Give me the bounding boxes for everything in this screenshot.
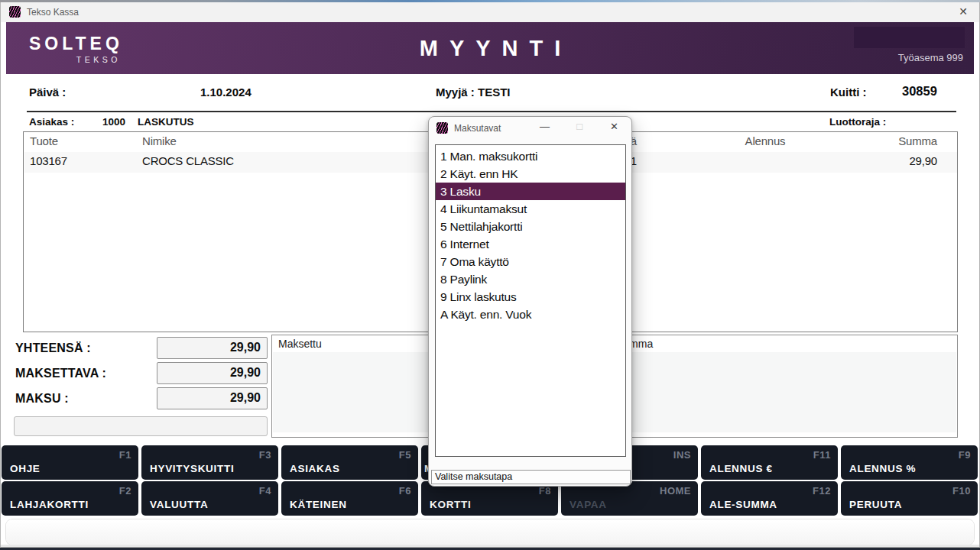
entry-field[interactable] (14, 416, 268, 436)
payment-method-item-4[interactable]: 4 Liikuntamaksut (436, 200, 625, 218)
workstation-box (854, 27, 965, 48)
fn-key-f11: F11 (813, 449, 831, 461)
seller-group: Myyjä : TESTI (436, 86, 511, 99)
payment-method-item-1[interactable]: 1 Man. maksukortti (436, 147, 625, 165)
header-banner: SOLTEQ TEKSO MYYNTI Työasema 999 (6, 22, 974, 74)
col-header-alennus: Alennus (719, 134, 811, 147)
paid-col-header: Maksettu (278, 338, 322, 350)
payment-method-item-10[interactable]: A Käyt. enn. Vuok (436, 306, 625, 323)
payment-method-item-9[interactable]: 9 Linx laskutus (436, 288, 625, 306)
total-value-box: 29,90 (157, 337, 268, 359)
col-header-tuote: Tuote (30, 134, 58, 147)
payment-method-item-5[interactable]: 5 Nettilahjakortti (436, 218, 625, 235)
payable-label: MAKSETTAVA : (15, 367, 106, 380)
customer-code: 1000 (102, 116, 125, 128)
seller-value: TESTI (478, 86, 511, 99)
payment-label: MAKSU : (15, 392, 69, 406)
fn-key-f5: F5 (399, 449, 411, 461)
sale-row-sum: 29,90 (842, 154, 937, 167)
fn-key-f9: F9 (959, 449, 971, 461)
payment-method-item-2[interactable]: 2 Käyt. enn HK (436, 165, 625, 183)
payment-methods-dialog: Maksutavat — □ ✕ 1 Man. maksukortti 2 Kä… (428, 116, 632, 487)
window-title: Tekso Kassa (27, 7, 79, 18)
fn-button-hyvityskuitti[interactable]: F3 HYVITYSKUITTI (141, 445, 278, 480)
page-title: MYYNTI (6, 36, 974, 61)
fn-key-f12: F12 (813, 485, 831, 497)
fn-button-valuutta[interactable]: F4 VALUUTTA (141, 481, 278, 516)
fn-key-f2: F2 (119, 485, 131, 497)
header-separator (27, 111, 956, 112)
fn-key-f4: F4 (259, 485, 271, 497)
customer-name: LASKUTUS (138, 116, 194, 128)
customer-label: Asiakas : (29, 116, 74, 128)
payment-method-item-3[interactable]: 3 Lasku (436, 183, 625, 200)
fn-key-f1: F1 (119, 449, 131, 461)
bottom-message-bar (6, 519, 974, 545)
col-header-summa: Summa (842, 134, 937, 147)
titlebar[interactable]: Tekso Kassa ✕ (1, 2, 979, 22)
fn-button-alennus-percent[interactable]: F9 ALENNUS % (841, 445, 978, 480)
fn-button-lahjakortti[interactable]: F2 LAHJAKORTTI (2, 481, 138, 516)
dialog-maximize-icon[interactable]: □ (576, 121, 582, 132)
credit-limit-label: Luottoraja : (829, 116, 886, 128)
fn-key-f3: F3 (259, 449, 271, 461)
window-close-icon[interactable]: ✕ (959, 5, 968, 18)
payment-value-box: 29,90 (157, 387, 268, 409)
dialog-minimize-icon[interactable]: — (540, 121, 550, 132)
fn-key-f6: F6 (399, 485, 411, 497)
fn-key-f10: F10 (952, 485, 971, 497)
app-icon (9, 6, 21, 18)
date-label: Päivä : (29, 86, 66, 99)
fn-button-asiakas[interactable]: F5 ASIAKAS (281, 445, 418, 480)
fn-button-ohje[interactable]: F1 OHJE (2, 445, 138, 480)
sale-row-product-name[interactable]: CROCS CLASSIC (142, 154, 234, 167)
total-label: YHTEENSÄ : (15, 341, 91, 355)
payment-method-item-7[interactable]: 7 Oma käyttö (436, 253, 625, 270)
fn-key-home: HOME (660, 485, 691, 497)
fn-key-f8: F8 (539, 485, 551, 497)
workstation-label: Työasema 999 (898, 52, 963, 63)
dialog-close-icon[interactable]: ✕ (610, 121, 618, 132)
dialog-app-icon (436, 122, 448, 134)
fn-key-ins: INS (673, 449, 691, 461)
seller-label: Myyjä : (436, 86, 475, 99)
payment-method-item-6[interactable]: 6 Internet (436, 235, 625, 253)
sale-row-product-code[interactable]: 103167 (30, 154, 67, 167)
fn-button-alennus-euro[interactable]: F11 ALENNUS € (701, 445, 838, 480)
receipt-number: 30859 (902, 84, 937, 99)
fn-button-kateinen[interactable]: F6 KÄTEINEN (281, 481, 418, 516)
payment-method-list: 1 Man. maksukortti 2 Käyt. enn HK 3 Lask… (435, 144, 626, 457)
date-value: 1.10.2024 (200, 86, 251, 99)
fn-button-ale-summa[interactable]: F12 ALE-SUMMA (701, 481, 838, 516)
payable-value-box: 29,90 (157, 362, 268, 384)
col-header-nimike: Nimike (142, 134, 177, 147)
receipt-label: Kuitti : (830, 86, 866, 99)
payment-method-item-8[interactable]: 8 Paylink (436, 270, 625, 288)
dialog-status-prompt: Valitse maksutapa (431, 470, 631, 484)
dialog-title: Maksutavat (454, 123, 501, 134)
fn-button-peruuta[interactable]: F10 PERUUTA (841, 481, 978, 516)
